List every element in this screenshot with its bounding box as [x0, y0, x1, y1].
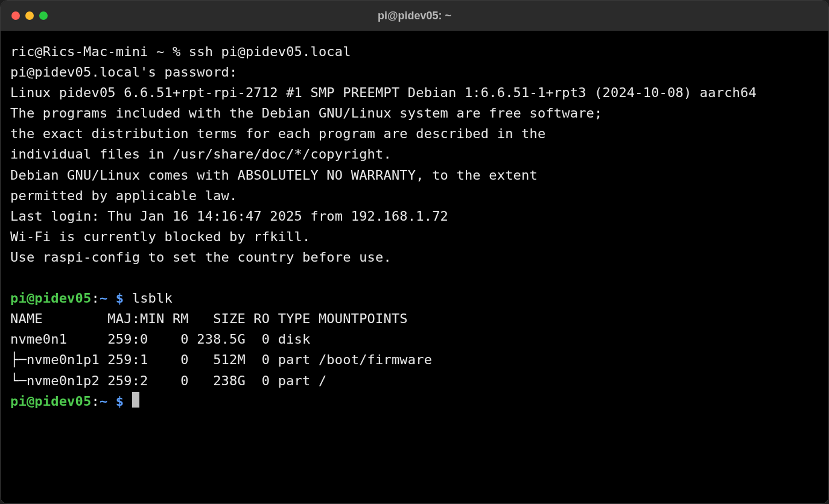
lsblk-row: └─nvme0n1p2 259:2 0 238G 0 part / [10, 371, 819, 391]
banner-line: Wi-Fi is currently blocked by rfkill. [10, 227, 819, 247]
banner-line: individual files in /usr/share/doc/*/cop… [10, 144, 819, 165]
titlebar: pi@pidev05: ~ [1, 1, 828, 31]
local-prompt: ric@Rics-Mac-mini ~ % [10, 44, 189, 59]
prompt-user-host: pi@pidev05 [10, 291, 91, 306]
terminal-window: pi@pidev05: ~ ric@Rics-Mac-mini ~ % ssh … [0, 0, 829, 504]
prompt-sep: : [91, 291, 99, 306]
window-title: pi@pidev05: ~ [378, 10, 451, 22]
banner-line: the exact distribution terms for each pr… [10, 124, 819, 144]
prompt-symbol: $ [116, 291, 132, 306]
banner-line: Linux pidev05 6.6.51+rpt-rpi-2712 #1 SMP… [10, 83, 819, 103]
ssh-command: ssh pi@pidev05.local [189, 44, 351, 59]
prompt-path: ~ [100, 394, 116, 409]
command-lsblk: lsblk [132, 291, 173, 306]
banner-line [10, 268, 819, 288]
password-prompt: pi@pidev05.local's password: [10, 62, 819, 83]
remote-prompt-line: pi@pidev05:~ $ lsblk [10, 288, 819, 309]
banner-line: Use raspi-config to set the country befo… [10, 247, 819, 268]
close-button[interactable] [11, 11, 20, 20]
prompt-path: ~ [100, 291, 116, 306]
banner-line: Last login: Thu Jan 16 14:16:47 2025 fro… [10, 206, 819, 227]
cursor [132, 392, 139, 408]
banner-line: Debian GNU/Linux comes with ABSOLUTELY N… [10, 165, 819, 186]
local-prompt-line: ric@Rics-Mac-mini ~ % ssh pi@pidev05.loc… [10, 42, 819, 62]
maximize-button[interactable] [39, 11, 48, 20]
lsblk-header: NAME MAJ:MIN RM SIZE RO TYPE MOUNTPOINTS [10, 309, 819, 329]
remote-prompt-line-empty: pi@pidev05:~ $ [10, 391, 819, 412]
traffic-lights [11, 11, 48, 20]
banner-line: The programs included with the Debian GN… [10, 103, 819, 124]
minimize-button[interactable] [25, 11, 34, 20]
terminal-content[interactable]: ric@Rics-Mac-mini ~ % ssh pi@pidev05.loc… [1, 31, 828, 503]
prompt-symbol: $ [116, 394, 132, 409]
prompt-user-host: pi@pidev05 [10, 394, 91, 409]
prompt-sep: : [91, 394, 99, 409]
banner-line: permitted by applicable law. [10, 186, 819, 206]
lsblk-row: nvme0n1 259:0 0 238.5G 0 disk [10, 329, 819, 350]
lsblk-row: ├─nvme0n1p1 259:1 0 512M 0 part /boot/fi… [10, 350, 819, 370]
